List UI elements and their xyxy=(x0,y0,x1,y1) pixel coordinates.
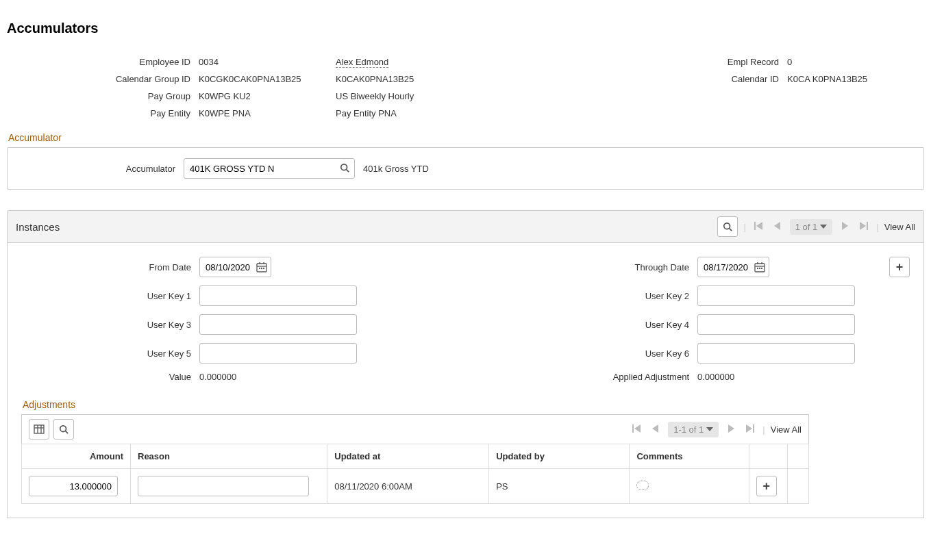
pay-entity-desc: Pay Entity PNA xyxy=(336,108,473,118)
instances-find-button[interactable] xyxy=(717,216,738,237)
svg-point-16 xyxy=(262,268,262,269)
adjustments-count[interactable]: 1-1 of 1 xyxy=(668,422,719,437)
svg-rect-25 xyxy=(34,425,44,433)
user-key-1-label: User Key 1 xyxy=(21,291,199,301)
col-updated-at[interactable]: Updated at xyxy=(327,444,489,469)
through-date-label: Through Date xyxy=(595,262,697,272)
next-icon[interactable] xyxy=(724,422,738,436)
user-key-3-input[interactable] xyxy=(199,314,357,335)
add-row-button[interactable]: + xyxy=(756,476,777,496)
page-title: Accumulators xyxy=(7,21,924,36)
accumulator-description: 401k Gross YTD xyxy=(363,164,429,174)
accumulator-label: Accumulator xyxy=(18,164,175,174)
accumulator-box: Accumulator 401k Gross YTD xyxy=(7,147,924,190)
svg-marker-33 xyxy=(652,424,658,433)
svg-point-22 xyxy=(758,268,758,269)
col-updated-by[interactable]: Updated by xyxy=(489,444,630,469)
svg-point-23 xyxy=(760,268,760,269)
svg-point-15 xyxy=(260,268,260,269)
reason-input[interactable] xyxy=(138,476,309,496)
svg-marker-5 xyxy=(756,222,762,230)
pay-entity-label: Pay Entity xyxy=(7,108,199,118)
calendar-id-value: K0CA K0PNA13B25 xyxy=(787,74,924,84)
svg-point-24 xyxy=(762,268,762,269)
calendar-group-value: K0CGK0CAK0PNA13B25 xyxy=(199,74,336,84)
calendar-group-desc: K0CAK0PNA13B25 xyxy=(336,74,473,84)
last-icon[interactable] xyxy=(857,220,871,233)
instances-count[interactable]: 1 of 1 xyxy=(790,219,833,235)
employee-id-value: 0034 xyxy=(199,57,336,67)
header-info: Employee ID 0034 Alex Edmond Empl Record… xyxy=(7,57,924,118)
amount-input[interactable] xyxy=(29,476,118,496)
accumulator-input[interactable] xyxy=(184,158,355,179)
user-key-2-label: User Key 2 xyxy=(595,291,697,301)
calendar-id-label: Calendar ID xyxy=(698,74,787,84)
grid-settings-button[interactable] xyxy=(29,419,49,440)
svg-rect-31 xyxy=(632,424,634,433)
svg-point-0 xyxy=(341,164,347,170)
first-icon[interactable] xyxy=(752,220,765,233)
user-key-6-input[interactable] xyxy=(697,343,855,364)
svg-line-3 xyxy=(730,229,732,231)
pay-entity-value: K0WPE PNA xyxy=(199,108,336,118)
calendar-group-label: Calendar Group ID xyxy=(7,74,199,84)
calendar-icon[interactable] xyxy=(754,262,765,272)
svg-marker-8 xyxy=(842,222,848,230)
col-reason[interactable]: Reason xyxy=(131,444,327,469)
empl-record-label: Empl Record xyxy=(698,57,787,67)
first-icon[interactable] xyxy=(630,422,643,436)
svg-marker-6 xyxy=(774,222,780,230)
svg-point-29 xyxy=(60,426,66,432)
instances-grid: Instances | 1 of 1 | View All xyxy=(7,210,924,518)
svg-marker-9 xyxy=(860,222,866,230)
user-key-1-input[interactable] xyxy=(199,285,357,306)
pay-group-value: K0WPG KU2 xyxy=(199,91,336,101)
applied-adjustment-label: Applied Adjustment xyxy=(595,372,697,382)
applied-adjustment-display: 0.000000 xyxy=(697,372,876,382)
svg-rect-37 xyxy=(753,424,754,433)
user-key-3-label: User Key 3 xyxy=(21,320,199,330)
updated-by-value: PS xyxy=(489,469,630,504)
svg-marker-35 xyxy=(728,424,734,433)
pay-group-desc: US Biweekly Hourly xyxy=(336,91,473,101)
user-key-2-input[interactable] xyxy=(697,285,855,306)
svg-marker-32 xyxy=(634,424,641,433)
lookup-icon[interactable] xyxy=(340,163,351,174)
employee-id-label: Employee ID xyxy=(7,57,199,67)
instances-view-all[interactable]: View All xyxy=(884,222,915,232)
svg-marker-7 xyxy=(820,225,827,229)
col-comments[interactable]: Comments xyxy=(630,444,749,469)
comment-icon[interactable] xyxy=(636,481,649,490)
svg-line-1 xyxy=(347,170,349,173)
user-key-5-input[interactable] xyxy=(199,343,357,364)
updated-at-value: 08/11/2020 6:00AM xyxy=(327,469,489,504)
previous-icon[interactable] xyxy=(649,422,662,436)
calendar-icon[interactable] xyxy=(256,262,267,272)
user-key-5-label: User Key 5 xyxy=(21,348,199,359)
employee-name-link[interactable]: Alex Edmond xyxy=(336,57,473,67)
last-icon[interactable] xyxy=(743,422,757,436)
add-instance-button[interactable]: + xyxy=(889,257,910,277)
adjustments-title: Adjustments xyxy=(23,399,910,410)
svg-point-17 xyxy=(264,268,264,269)
pay-group-label: Pay Group xyxy=(7,91,199,101)
svg-point-2 xyxy=(724,223,730,229)
value-display: 0.000000 xyxy=(199,372,377,382)
adjustments-view-all[interactable]: View All xyxy=(771,424,802,435)
svg-rect-4 xyxy=(754,222,756,230)
svg-line-30 xyxy=(66,431,69,434)
table-row: 08/11/2020 6:00AM PS + xyxy=(22,469,809,504)
instances-title: Instances xyxy=(16,221,60,233)
grid-find-button[interactable] xyxy=(53,419,74,440)
from-date-label: From Date xyxy=(21,262,199,272)
col-amount[interactable]: Amount xyxy=(22,444,131,469)
empl-record-value: 0 xyxy=(787,57,924,67)
user-key-4-input[interactable] xyxy=(697,314,855,335)
adjustments-table: Amount Reason Updated at Updated by Comm… xyxy=(21,444,809,504)
svg-rect-10 xyxy=(867,222,868,230)
next-icon[interactable] xyxy=(838,220,852,233)
user-key-4-label: User Key 4 xyxy=(595,320,697,330)
previous-icon[interactable] xyxy=(771,220,784,233)
accumulator-section-title: Accumulator xyxy=(8,132,924,143)
user-key-6-label: User Key 6 xyxy=(595,348,697,359)
